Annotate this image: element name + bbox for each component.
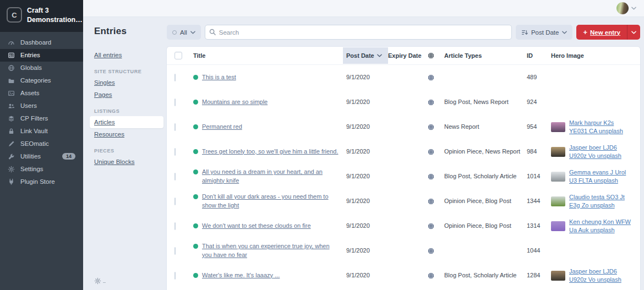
sidebar-item-label: Categories (20, 77, 75, 84)
id-cell: 1044 (527, 247, 551, 255)
entry-title-link[interactable]: Permanent red (202, 123, 242, 131)
subnav-item-all-entries[interactable]: All entries (90, 49, 165, 61)
sidebar-item-users[interactable]: Users (0, 100, 83, 112)
row-checkbox[interactable] (174, 173, 176, 180)
column-header-expiry-date[interactable]: Expiry Date (388, 47, 428, 64)
sidebar-item-settings[interactable]: Settings (0, 163, 83, 176)
world-icon (428, 99, 444, 106)
column-header-id[interactable]: ID (527, 47, 551, 64)
chevron-down-icon (377, 54, 382, 57)
post-date-cell: 9/1/2020 (346, 98, 388, 106)
entry-title-link[interactable]: We don't want to set these clouds on fir… (202, 222, 311, 230)
entries-source-sidebar: Entries All entriesSITE STRUCTURESingles… (83, 17, 167, 290)
pen-icon (8, 140, 15, 147)
entries-table-body: This is a test 9/1/2020 489 Mountains ar… (167, 65, 640, 290)
subnav-sections: All entriesSITE STRUCTURESinglesPagesLIS… (94, 49, 165, 168)
sidebar-item-link-vault[interactable]: Link Vault (0, 125, 83, 138)
new-entry-button[interactable]: + New entry (576, 25, 627, 40)
sort-button[interactable]: Post Date (516, 25, 573, 40)
gear-icon (8, 166, 15, 173)
select-all-checkbox[interactable] (174, 52, 182, 59)
world-icon (428, 52, 434, 59)
hero-asset-link[interactable]: Mark harpur K2s YE031 CA unsplash (569, 119, 634, 135)
hero-asset-link[interactable]: Jasper boer LJD6 U920z Vo unsplash (569, 267, 634, 284)
post-date-cell: 9/1/2020 (346, 247, 388, 255)
entry-title-link[interactable]: All you need is a dream in your heart, a… (202, 168, 341, 185)
column-header-hero-image[interactable]: Hero Image (551, 47, 634, 64)
row-checkbox[interactable] (174, 74, 176, 81)
sidebar-item-seomatic[interactable]: SEOmatic (0, 138, 83, 150)
hero-asset-link[interactable]: Gemma evans J Urol U3 FLTA unsplash (569, 168, 634, 185)
hero-thumbnail[interactable] (551, 196, 565, 206)
entry-title-link[interactable]: That is when you can experience true joy… (202, 242, 341, 259)
sidebar-item-assets[interactable]: Assets (0, 87, 83, 100)
hero-thumbnail[interactable] (551, 271, 565, 281)
craft-logo[interactable]: C (7, 7, 22, 23)
id-cell: 1344 (527, 197, 551, 205)
status-ring-icon (172, 30, 177, 35)
column-header-title[interactable]: Title (193, 47, 346, 64)
new-entry-menu-button[interactable] (627, 25, 640, 40)
row-checkbox[interactable] (174, 123, 176, 131)
hero-asset-link[interactable]: Ken cheung Kon WFW Ua Auk unsplash (569, 218, 634, 234)
sidebar-item-label: Link Vault (20, 128, 75, 134)
row-checkbox[interactable] (174, 148, 176, 156)
hero-thumbnail[interactable] (551, 221, 565, 231)
article-types-cell: Blog Post, Scholarly Article (444, 271, 527, 280)
search-input[interactable] (205, 25, 512, 40)
hero-thumbnail[interactable] (551, 172, 565, 182)
row-checkbox[interactable] (174, 222, 176, 230)
column-header-article-types[interactable]: Article Types (444, 47, 527, 64)
sidebar-item-entries[interactable]: Entries (0, 49, 83, 62)
sidebar-item-plugin-store[interactable]: Plugin Store (0, 176, 83, 188)
entry-title-link[interactable]: Trees get lonely too, so we'll give him … (202, 147, 338, 156)
column-header-post-date[interactable]: Post Date (343, 47, 388, 64)
subnav-item-unique-blocks[interactable]: Unique Blocks (90, 156, 165, 168)
site-name[interactable]: Craft 3 Demonstration… (27, 6, 83, 25)
sidebar-item-cp-filters[interactable]: CP Filters (0, 112, 83, 125)
sidebar-item-utilities[interactable]: Utilities14 (0, 150, 83, 163)
toolbar: All Post Date + New entry (167, 25, 640, 40)
world-icon (428, 272, 444, 279)
id-cell: 489 (527, 73, 551, 81)
sidebar-item-globals[interactable]: Globals (0, 62, 83, 74)
subnav-item-pages[interactable]: Pages (90, 89, 165, 101)
source-settings-gear-icon[interactable] (94, 277, 101, 284)
sidebar-item-label: CP Filters (20, 115, 75, 122)
subnav-item-resources[interactable]: Resources (90, 128, 165, 140)
sidebar-item-label: Utilities (20, 153, 57, 160)
entry-title-link[interactable]: Don't kill all your dark areas - you nee… (202, 193, 341, 210)
subnav-item-articles[interactable]: Articles (90, 116, 163, 128)
hero-asset-link[interactable]: Jasper boer LJD6 U920z Vo unsplash (569, 144, 634, 160)
column-header-sites[interactable] (428, 47, 444, 64)
sidebar-item-categories[interactable]: Categories (0, 74, 83, 87)
entry-title-link[interactable]: Mountains are so simple (202, 98, 268, 106)
user-avatar[interactable] (616, 2, 629, 14)
row-checkbox[interactable] (174, 198, 176, 205)
row-checkbox[interactable] (174, 247, 176, 255)
entry-title-link[interactable]: This is a test (202, 73, 236, 81)
status-dot (193, 124, 198, 129)
subnav-heading-listings: LISTINGS (94, 108, 165, 114)
hero-thumbnail[interactable] (551, 122, 565, 132)
post-date-cell: 9/1/2020 (346, 123, 388, 131)
status-filter-button[interactable]: All (167, 25, 201, 40)
hero-thumbnail[interactable] (551, 147, 565, 157)
folder-icon (8, 77, 15, 84)
subnav-item-singles[interactable]: Singles (90, 76, 165, 89)
sidebar-nav: DashboardEntriesGlobalsCategoriesAssetsU… (0, 32, 83, 193)
chevron-down-icon (631, 31, 636, 34)
plus-icon: + (583, 28, 587, 36)
sidebar-badge: 14 (62, 153, 75, 160)
hero-asset-link[interactable]: Claudio testa SO3 Jt E3g Zo unsplash (569, 193, 634, 210)
source-settings-dash (103, 282, 106, 283)
entry-title-link[interactable]: Water's like me. It's laaazy ... (202, 271, 280, 280)
table-row: All you need is a dream in your heart, a… (167, 164, 640, 189)
table-row: Water's like me. It's laaazy ... 9/1/202… (167, 263, 640, 288)
sidebar-item-dashboard[interactable]: Dashboard (0, 36, 83, 49)
row-checkbox[interactable] (174, 99, 176, 106)
user-menu-chevron-icon[interactable] (631, 7, 636, 10)
id-cell: 1314 (527, 222, 551, 230)
subnav-heading-pieces: PIECES (94, 148, 165, 154)
row-checkbox[interactable] (174, 272, 176, 280)
